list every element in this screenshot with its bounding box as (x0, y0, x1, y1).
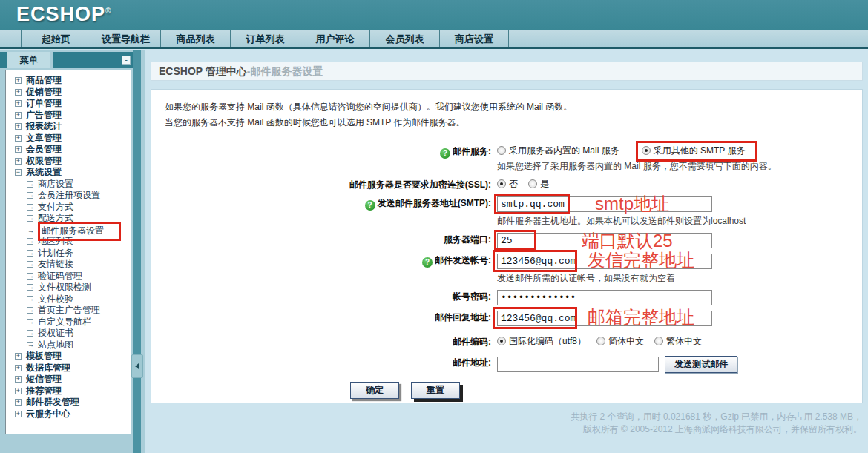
sidebar-item-label: 验证码管理 (38, 271, 82, 281)
menu-collapse-button[interactable]: - (122, 56, 131, 65)
test-email-input[interactable] (497, 357, 659, 372)
sidebar-item[interactable]: →商店设置 (10, 179, 129, 191)
arrow-icon[interactable]: → (27, 204, 33, 211)
sidebar-item[interactable]: →验证码管理 (10, 271, 129, 282)
nav-tab[interactable]: 用户评论 (300, 30, 369, 47)
arrow-icon[interactable]: → (27, 296, 33, 302)
sidebar-item[interactable]: +权限管理 (10, 156, 129, 168)
sidebar-item[interactable]: +推荐管理 (10, 386, 129, 397)
nav-tab[interactable]: 商品列表 (160, 30, 230, 47)
password-input[interactable] (497, 290, 712, 305)
plus-icon[interactable]: + (15, 365, 22, 371)
arrow-icon[interactable]: → (27, 284, 33, 291)
radio-unselected-icon[interactable] (596, 337, 605, 345)
sidebar-item[interactable]: →文件校验 (10, 294, 129, 305)
sidebar-item[interactable]: +报表统计 (10, 121, 129, 133)
arrow-icon[interactable]: → (27, 228, 33, 234)
plus-icon[interactable]: + (15, 77, 22, 84)
arrow-icon[interactable]: → (27, 181, 33, 188)
sidebar-item[interactable]: →自定义导航栏 (10, 317, 129, 328)
plus-icon[interactable]: + (15, 146, 22, 153)
radio-selected-icon[interactable] (497, 179, 506, 188)
sidebar-collapse-handle[interactable] (131, 354, 143, 378)
menu-tab[interactable]: 菜单 (7, 52, 50, 68)
plus-icon[interactable]: + (15, 399, 22, 406)
nav-tab[interactable]: 商店设置 (439, 30, 509, 47)
sidebar-item[interactable]: +促销管理 (10, 87, 129, 99)
radio-option-label: 否 (509, 179, 518, 189)
plus-icon[interactable]: + (15, 158, 22, 165)
port-label: 服务器端口: (165, 231, 491, 248)
radio-option[interactable]: 采用服务器内置的 Mail 服务 (497, 145, 619, 156)
port-input[interactable] (497, 233, 712, 248)
reset-button[interactable]: 重置 (411, 382, 460, 399)
reply-input[interactable] (497, 311, 712, 326)
arrow-icon[interactable]: → (27, 307, 33, 314)
sidebar-header: 菜单 - (0, 52, 135, 68)
sidebar-item[interactable]: +广告管理 (10, 110, 129, 122)
arrow-icon[interactable]: → (27, 319, 33, 325)
arrow-icon[interactable]: → (27, 330, 33, 337)
nav-tab[interactable]: 订单列表 (230, 30, 300, 47)
sidebar-item[interactable]: →文件权限检测 (10, 282, 129, 294)
plus-icon[interactable]: + (15, 100, 22, 107)
smtp-host-input[interactable] (497, 196, 712, 212)
plus-icon[interactable]: + (15, 89, 22, 96)
sidebar-item[interactable]: +短信管理 (10, 374, 129, 386)
nav-tab[interactable]: 设置导航栏 (91, 30, 160, 47)
plus-icon[interactable]: + (15, 123, 22, 130)
sidebar-item[interactable]: +模板管理 (10, 351, 129, 363)
minus-icon[interactable]: − (15, 169, 22, 176)
radio-selected-icon[interactable] (642, 146, 651, 155)
arrow-icon[interactable]: → (27, 273, 33, 280)
nav-tab[interactable]: 会员列表 (369, 30, 439, 47)
sidebar-item[interactable]: →支付方式 (10, 202, 129, 214)
radio-option[interactable]: 国际化编码（utf8） (497, 336, 586, 346)
plus-icon[interactable]: + (15, 388, 22, 394)
sidebar-item[interactable]: +云服务中心 (10, 409, 129, 420)
radio-option[interactable]: 是 (528, 179, 549, 189)
sidebar-item-label: 云服务中心 (26, 409, 70, 419)
radio-option[interactable]: 采用其他的 SMTP 服务 (636, 141, 758, 162)
sidebar-item[interactable]: →友情链接 (10, 259, 129, 271)
sidebar-item[interactable]: →会员注册项设置 (10, 190, 129, 202)
account-input[interactable] (497, 254, 712, 269)
plus-icon[interactable]: + (15, 112, 22, 119)
sidebar-item[interactable]: +邮件群发管理 (10, 397, 129, 409)
sidebar-item[interactable]: +会员管理 (10, 144, 129, 156)
plus-icon[interactable]: + (15, 376, 22, 383)
confirm-button[interactable]: 确定 (350, 382, 399, 399)
radio-selected-icon[interactable] (497, 337, 506, 345)
radio-unselected-icon[interactable] (497, 146, 506, 155)
arrow-icon[interactable]: → (27, 238, 33, 245)
sidebar-item[interactable]: →授权证书 (10, 328, 129, 340)
smtp-host-label: 发送邮件服务器地址(SMTP): (378, 198, 491, 208)
send-test-mail-button[interactable]: 发送测试邮件 (665, 356, 737, 373)
plus-icon[interactable]: + (15, 411, 22, 417)
radio-unselected-icon[interactable] (528, 179, 537, 188)
sidebar-item[interactable]: +订单管理 (10, 98, 129, 110)
nav-tab[interactable]: 起始页 (21, 30, 91, 47)
arrow-icon[interactable]: → (27, 342, 33, 348)
sidebar-item[interactable]: →首页主广告管理 (10, 305, 129, 317)
sidebar-item[interactable]: −系统设置 (10, 167, 129, 179)
sidebar-item[interactable]: +商品管理 (10, 75, 129, 87)
sidebar-item[interactable]: →计划任务 (10, 248, 129, 259)
arrow-icon[interactable]: → (27, 261, 33, 268)
radio-option[interactable]: 简体中文 (596, 336, 644, 346)
radio-option[interactable]: 繁体中文 (654, 336, 702, 346)
sidebar-item[interactable]: →站点地图 (10, 340, 129, 351)
sidebar-item[interactable]: +文章管理 (10, 133, 129, 145)
mail-service-radios: 采用服务器内置的 Mail 服务采用其他的 SMTP 服务 (497, 145, 777, 157)
arrow-icon[interactable]: → (27, 250, 33, 257)
top-header: ECSHOP® (0, 0, 868, 30)
row-smtp-host: ?发送邮件服务器地址(SMTP): smtp地址 邮件服务器主机地址。如果本机可… (165, 195, 849, 228)
arrow-icon[interactable]: → (27, 192, 33, 199)
radio-unselected-icon[interactable] (654, 337, 663, 345)
plus-icon[interactable]: + (15, 353, 22, 360)
sidebar-item[interactable]: →邮件服务器设置 (10, 225, 129, 237)
sidebar-item[interactable]: +数据库管理 (10, 363, 129, 374)
radio-option[interactable]: 否 (497, 179, 518, 189)
arrow-icon[interactable]: → (27, 215, 33, 222)
plus-icon[interactable]: + (15, 135, 22, 142)
